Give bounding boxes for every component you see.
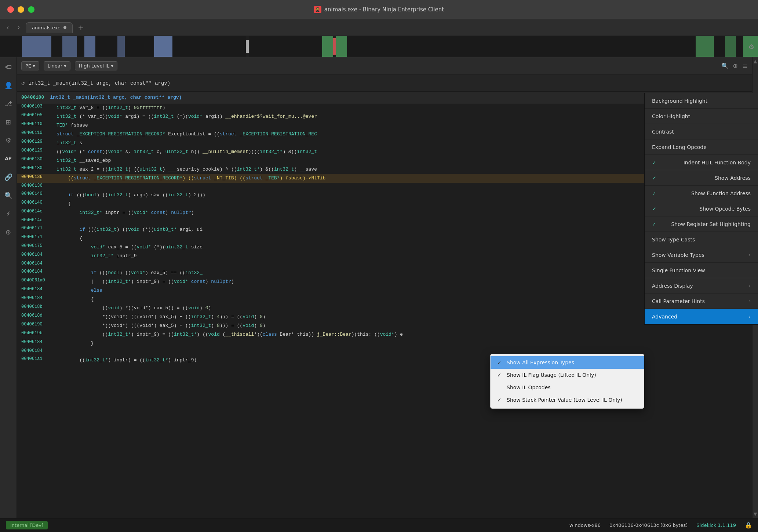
menu-item-show-address[interactable]: Show Address (645, 170, 758, 186)
line-content: ((int32_t*) inptr_9) = ((int32_t*) ((voi… (54, 331, 752, 339)
sidebar-icon-graph[interactable]: ⎇ (3, 98, 14, 109)
menu-item-color-highlight[interactable]: Color Highlight (645, 109, 758, 124)
arrow-icon: › (749, 252, 751, 258)
code-area[interactable]: 00406100 int32_t _main(int32_t argc, cha… (17, 92, 752, 518)
pe-dropdown[interactable]: PE ▾ (21, 61, 39, 70)
sidebar-icon-gear[interactable]: ⚙ (3, 134, 14, 146)
menu-item-background-highlight[interactable]: Background Highlight (645, 93, 758, 109)
menu-item-advanced[interactable]: Advanced › (645, 309, 758, 324)
line-addr: 00406175 (17, 243, 54, 248)
menu-item-indent-hlil[interactable]: Indent HLIL Function Body (645, 155, 758, 170)
minimap-gear-icon[interactable]: ⚙ (748, 43, 754, 50)
code-line: 00406105 int32_t (* var_c)(void* arg1) =… (17, 112, 752, 121)
code-line: 0040614c (17, 217, 752, 225)
linear-dropdown[interactable]: Linear ▾ (44, 61, 70, 70)
menu-item-show-function-address[interactable]: Show Function Address (645, 186, 758, 201)
submenu-item-show-all-expr[interactable]: ✓ Show All Expression Types (491, 356, 644, 369)
add-tab-button[interactable]: + (76, 23, 86, 32)
il-dropdown[interactable]: High Level IL ▾ (75, 61, 117, 70)
menu-item-expand-long-opcode[interactable]: Expand Long Opcode (645, 139, 758, 155)
line-addr: 0040618b (17, 304, 54, 309)
sidebar-icon-layers[interactable]: ⊛ (3, 226, 14, 238)
tab-animals-exe[interactable]: animals.exe (26, 22, 73, 33)
code-line: 0040619b ((int32_t*) inptr_9) = ((int32_… (17, 330, 752, 339)
line-addr: 00406129 (17, 148, 54, 153)
arrow-icon: › (749, 299, 751, 304)
sidebar-icon-lightning[interactable]: ⚡ (3, 208, 14, 219)
minimize-button[interactable] (18, 6, 24, 13)
header-address: 00406100 (21, 95, 44, 100)
maximize-button[interactable] (28, 6, 34, 13)
line-addr: 00406184 (17, 348, 54, 353)
back-button[interactable]: ‹ (4, 22, 12, 33)
scroll-up-button[interactable]: ▲ (754, 59, 757, 64)
line-addr: 00406105 (17, 113, 54, 118)
sidebar-icon-grid[interactable]: ⊞ (3, 116, 14, 128)
code-line: 0040618d *((void*) (((void*) eax_5) + ((… (17, 313, 752, 321)
code-line: 00406110 struct _EXCEPTION_REGISTRATION_… (17, 130, 752, 139)
menu-item-call-parameter-hints[interactable]: Call Parameter Hints › (645, 294, 758, 309)
window-controls (7, 6, 34, 13)
code-line: 00406184 (17, 260, 752, 269)
window-title: 🥷 animals.exe - Binary Ninja Enterprise … (314, 6, 444, 13)
sidebar-icon-ap[interactable]: AP (3, 153, 14, 164)
code-line: 00406130 int32_t __saved_ebp (17, 156, 752, 165)
code-line: 00406130 int32_t eax_2 = ((int32_t) ((ui… (17, 165, 752, 174)
status-arch: windows-x86 (569, 522, 601, 528)
tab-label: animals.exe (32, 25, 61, 30)
line-addr: 00406184 (17, 252, 54, 257)
menu-item-show-type-casts[interactable]: Show Type Casts (645, 232, 758, 247)
sidebar-icon-link[interactable]: 🔗 (3, 171, 14, 183)
code-line: 00406171 { (17, 234, 752, 243)
line-addr: 00406136 (17, 174, 54, 179)
code-line: 00406103 int32_t var_8 = ((int32_t) 0xff… (17, 103, 752, 112)
code-line: 00406136 (17, 183, 752, 191)
function-header: ↺ int32_t _main(int32_t argc, char const… (17, 75, 752, 92)
menu-item-show-register-set[interactable]: Show Register Set Highlighting (645, 216, 758, 232)
close-button[interactable] (7, 6, 14, 13)
status-internal-badge: Internal [Dev] (6, 521, 48, 529)
line-addr: 00406136 (17, 183, 54, 188)
line-addr: 00406184 (17, 287, 54, 292)
lock-icon[interactable]: 🔒 (745, 522, 752, 529)
advanced-submenu: ✓ Show All Expression Types ✓ Show IL Fl… (490, 354, 644, 409)
code-lines[interactable]: 00406103 int32_t var_8 = ((int32_t) 0xff… (17, 103, 752, 514)
submenu-item-show-il-flag[interactable]: ✓ Show IL Flag Usage (Lifted IL Only) (491, 369, 644, 381)
line-addr: 004061a1 (17, 356, 54, 361)
code-line: 0040614c int32_t* inptr = ((void* const)… (17, 208, 752, 217)
sidebar-icon-tag[interactable]: 🏷 (3, 61, 14, 73)
code-line: 00406184 } (17, 339, 752, 348)
menu-item-show-variable-types[interactable]: Show Variable Types › (645, 247, 758, 263)
check-icon: ✓ (497, 360, 503, 365)
minimap[interactable]: ⚙ (0, 36, 758, 57)
line-addr: 00406140 (17, 200, 54, 205)
menu-item-contrast[interactable]: Contrast (645, 124, 758, 139)
menu-item-show-opcode-bytes[interactable]: Show Opcode Bytes (645, 201, 758, 216)
refresh-icon[interactable]: ↺ (21, 80, 25, 87)
code-line: 00406171 if (((int32_t) ((void (*)(uint8… (17, 225, 752, 234)
toolbar: PE ▾ Linear ▾ High Level IL ▾ 🔍 ⊕ ≡ (17, 57, 752, 75)
line-addr: 00406110 (17, 121, 54, 127)
tab-modified-indicator (63, 26, 66, 29)
menu-item-address-display[interactable]: Address Display › (645, 278, 758, 294)
arrow-icon-advanced: › (749, 314, 751, 319)
sidebar-icon-search[interactable]: 🔍 (3, 189, 14, 201)
crosshair-icon[interactable]: ⊕ (733, 62, 738, 69)
code-line: 00406175 void* eax_5 = ((void* (*)(uint3… (17, 243, 752, 252)
line-addr: 0040614c (17, 209, 54, 214)
submenu-item-show-il-opcodes[interactable]: Show IL Opcodes (491, 381, 644, 394)
submenu-item-show-stack-pointer[interactable]: ✓ Show Stack Pointer Value (Low Level IL… (491, 394, 644, 406)
sidebar-icon-user[interactable]: 👤 (3, 79, 14, 91)
line-addr: 00406103 (17, 104, 54, 109)
line-addr: 00406184 (17, 295, 54, 300)
code-header: 00406100 int32_t _main(int32_t argc, cha… (17, 92, 752, 103)
code-line: 00406190 *((void*) (((void*) eax_5) + ((… (17, 321, 752, 330)
code-line: 00406140 { (17, 200, 752, 208)
menu-icon[interactable]: ≡ (742, 62, 748, 70)
status-left: Internal [Dev] (6, 522, 48, 528)
line-addr: 0040614c (17, 218, 54, 223)
scroll-down-button[interactable]: ▼ (754, 511, 757, 517)
forward-button[interactable]: › (15, 22, 23, 33)
search-icon[interactable]: 🔍 (721, 62, 729, 69)
menu-item-single-function-view[interactable]: Single Function View (645, 263, 758, 278)
